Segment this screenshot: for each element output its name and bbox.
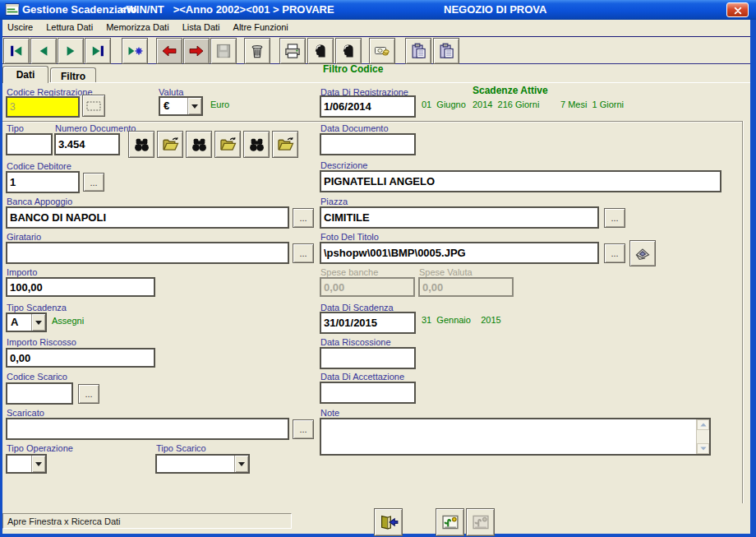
tipo-input[interactable] — [7, 135, 51, 154]
delete-button[interactable] — [244, 38, 270, 64]
move-left-button[interactable] — [156, 38, 182, 64]
move-right-button[interactable] — [183, 38, 210, 64]
valuta-hint: Euro — [210, 100, 229, 109]
valuta-select[interactable]: € — [159, 96, 203, 116]
move-right-icon — [188, 43, 205, 59]
print-button[interactable] — [279, 38, 306, 64]
search-documento-1-button[interactable] — [128, 131, 154, 158]
menu-item-uscire[interactable]: Uscire — [7, 20, 33, 32]
nav-previous-icon — [35, 43, 52, 59]
numero-documento-input[interactable] — [56, 135, 118, 154]
tab-filtro[interactable]: Filtro — [50, 67, 96, 83]
print-icon — [284, 43, 301, 59]
importo-input[interactable] — [7, 279, 154, 295]
save-icon — [215, 43, 232, 59]
descrizione-label: Descrizione — [320, 160, 367, 170]
foto-del-titolo-field — [320, 242, 599, 264]
menu-item-memorizza-dati[interactable]: Memorizza Dati — [106, 20, 168, 32]
nav-last-button[interactable] — [85, 38, 111, 64]
window-border — [750, 0, 756, 537]
close-button[interactable] — [726, 2, 749, 17]
browse-scaricato-button[interactable]: ... — [293, 419, 314, 439]
giratario-input[interactable] — [7, 243, 288, 262]
group-divider — [2, 121, 743, 123]
importo-riscosso-field — [6, 348, 155, 368]
tipo-field — [6, 133, 53, 155]
data-documento-input[interactable] — [321, 135, 414, 154]
menu-item-lista-dati[interactable]: Lista Dati — [182, 20, 220, 32]
tipo-scadenza-label: Tipo Scadenza — [7, 303, 67, 312]
data-scadenza-hint: 31 Gennaio 2015 — [422, 315, 501, 325]
note-input[interactable] — [321, 419, 696, 454]
binoculars-icon — [248, 136, 265, 153]
search-documento-2-button[interactable] — [186, 131, 212, 158]
view-photo-button[interactable] — [629, 240, 656, 266]
browse-giratario-button[interactable]: ... — [293, 243, 314, 263]
nav-next-button[interactable] — [58, 38, 84, 64]
binoculars-icon — [191, 136, 208, 153]
browse-registrazione-button[interactable] — [82, 95, 105, 117]
spese-banche-label: Spese banche — [320, 267, 378, 277]
numero-documento-field — [54, 133, 120, 155]
data-registrazione-year-hint: 2014 216 Giorni — [472, 100, 539, 109]
search-documento-3-button[interactable] — [243, 131, 270, 158]
browse-piazza-button[interactable]: ... — [604, 208, 625, 228]
codice-debitore-field — [6, 171, 80, 193]
data-documento-field — [320, 133, 416, 155]
menu-item-altre-funzioni[interactable]: Altre Funzioni — [233, 20, 288, 32]
new-record-button[interactable] — [122, 38, 148, 64]
scroll-up-icon[interactable] — [697, 419, 709, 430]
browse-scarico-button[interactable]: ... — [78, 384, 99, 404]
note-scrollbar[interactable] — [696, 419, 709, 454]
form-window-icon — [5, 3, 20, 16]
data-accettazione-input[interactable] — [321, 383, 414, 402]
tipo-scarico-select[interactable] — [155, 454, 250, 474]
data-accettazione-field — [320, 382, 416, 404]
banca-appoggio-input[interactable] — [7, 208, 288, 227]
browse-debitore-button[interactable]: ... — [83, 173, 104, 192]
nav-first-icon — [8, 43, 25, 59]
nav-first-button[interactable] — [3, 38, 30, 64]
scaricato-input[interactable] — [7, 419, 288, 438]
open-documento-1-button[interactable] — [157, 131, 183, 158]
tipo-operazione-select[interactable] — [6, 454, 47, 474]
dashed-focus-icon — [83, 100, 104, 112]
piazza-input[interactable] — [321, 208, 597, 227]
app-window: Gestione Scadenziario <WIN/NT ><Anno 200… — [0, 0, 756, 537]
open-documento-2-button[interactable] — [214, 131, 241, 158]
tipo-operazione-value — [7, 456, 31, 472]
codice-debitore-input[interactable] — [7, 173, 78, 192]
codice-scarico-input[interactable] — [7, 384, 71, 403]
descrizione-input[interactable] — [321, 172, 720, 191]
browse-banca-button[interactable]: ... — [293, 208, 314, 228]
data-scadenza-input[interactable] — [321, 313, 414, 332]
tipo-operazione-label: Tipo Operazione — [7, 443, 73, 453]
tab-dati[interactable]: Dati — [2, 66, 48, 83]
open-folder-icon — [277, 136, 294, 153]
company-name: NEGOZIO DI PROVA — [444, 3, 546, 16]
menu-item-lettura-dati[interactable]: Lettura Dati — [46, 20, 93, 32]
data-riscossione-input[interactable] — [321, 349, 414, 368]
person-next-button[interactable] — [335, 38, 362, 64]
view-image-button[interactable] — [436, 508, 464, 536]
browse-foto-button[interactable]: ... — [604, 243, 625, 263]
nav-next-icon — [62, 43, 79, 59]
payments-button[interactable] — [369, 38, 395, 64]
codice-registrazione-input[interactable] — [7, 98, 78, 116]
paste-1-button[interactable] — [405, 38, 431, 64]
codice-scarico-label: Codice Scarico — [7, 372, 67, 382]
foto-del-titolo-input[interactable] — [321, 243, 597, 262]
scroll-down-icon[interactable] — [697, 443, 709, 454]
data-registrazione-input[interactable] — [321, 97, 414, 116]
paste-2-button[interactable] — [433, 38, 459, 64]
tipo-scadenza-value: A — [7, 314, 31, 331]
exit-button[interactable] — [374, 508, 403, 536]
importo-riscosso-input[interactable] — [7, 350, 154, 366]
group-divider — [742, 121, 744, 503]
nav-previous-button[interactable] — [30, 38, 57, 64]
tipo-scadenza-select[interactable]: A — [6, 312, 47, 332]
view-image-alt-button — [466, 508, 495, 536]
person-previous-button[interactable] — [307, 38, 334, 64]
open-documento-3-button[interactable] — [272, 131, 298, 158]
numero-documento-label: Numero Documento — [55, 123, 136, 133]
